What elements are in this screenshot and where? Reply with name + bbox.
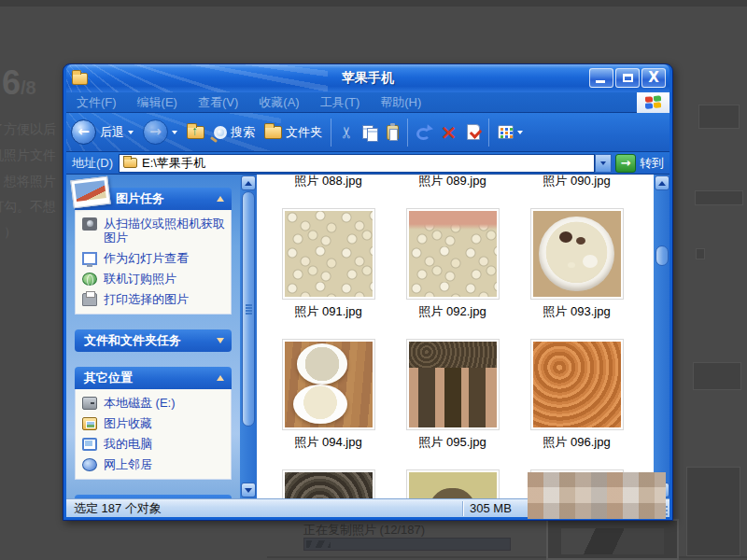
up-button[interactable]: ↑ [182,117,209,148]
forward-button[interactable]: → [138,117,182,148]
undo-button[interactable] [412,117,435,148]
scroll-up-button[interactable] [241,175,256,190]
background-text-line: 打勾。不想 [0,199,56,216]
background-text-line: 了方便以后 [0,121,56,138]
back-dropdown-icon[interactable] [128,131,134,134]
background-artifact [695,190,743,205]
background-photo [546,519,679,560]
back-button[interactable]: ← 后退 [66,117,138,148]
search-button[interactable]: 搜索 [209,117,260,148]
menu-edit[interactable]: 编辑(E) [127,94,188,111]
selection-size: 305 MB [463,501,512,515]
file-name: 照片 094.jpg [294,434,361,451]
disk-icon [82,397,97,410]
file-item[interactable]: 照片 091.jpg [266,208,390,339]
file-item[interactable]: 照片 093.jpg [514,208,639,339]
views-button[interactable] [493,117,528,148]
background-text-line: ，想将照片 [0,174,56,190]
explorer-window: 苹果手机 X 文件(F) 编辑(E) 查看(V) 收藏(A) 工具(T) 帮助(… [63,63,673,521]
other-places-title: 其它位置 [84,370,133,386]
pixelated-censor-overlay [528,472,666,519]
picture-tasks-photo-icon [70,176,110,209]
menu-view[interactable]: 查看(V) [188,94,248,111]
background-copy-status: 正在复制照片 (12/187) [303,522,425,539]
minimize-button[interactable] [589,68,613,88]
order-online-icon [82,273,97,286]
views-dropdown-icon[interactable] [517,131,523,134]
scroll-up-button[interactable] [655,175,669,190]
file-item[interactable]: 照片 090.jpg [514,175,639,208]
place-local-disk[interactable]: 本地磁盘 (E:) [82,396,225,410]
file-name: 照片 089.jpg [418,175,486,189]
thumbnail [406,339,500,430]
task-order-online[interactable]: 联机订购照片 [82,272,225,286]
other-places-panel: 其它位置 本地磁盘 (E:) 图片收藏 我的电脑 [75,367,232,480]
file-item[interactable]: 照片 094.jpg [266,339,390,469]
page-number: 6 [2,63,21,102]
windows-logo [637,92,669,113]
scrollbar-thumb[interactable] [242,191,255,427]
collapse-chevron-icon[interactable] [217,196,224,202]
task-get-from-camera[interactable]: 从扫描仪或照相机获取图片 [82,217,225,245]
thumbnail [406,208,500,300]
maximize-button[interactable] [615,68,640,88]
back-icon: ← [71,119,96,145]
collapse-chevron-icon[interactable] [217,375,224,381]
file-tasks-header[interactable]: 文件和文件夹任务 [75,329,232,352]
address-dropdown-button[interactable] [595,154,612,173]
thumbnail [282,208,375,300]
file-item[interactable]: 照片 095.jpg [390,339,514,469]
task-print-pictures[interactable]: 打印选择的图片 [82,292,225,306]
file-name: 照片 092.jpg [418,303,486,320]
menu-file[interactable]: 文件(F) [66,94,127,111]
copy-icon [362,125,377,140]
address-input[interactable]: E:\苹果手机 [119,154,595,173]
window-title: 苹果手机 [66,70,669,87]
go-button[interactable]: → [615,154,636,173]
toolbar: ← 后退 → ↑ 搜索 文件夹 ✂ × [66,113,669,152]
scrollbar-thumb[interactable] [655,245,669,266]
copy-button[interactable] [358,117,382,148]
thumbnail [282,469,375,498]
expand-chevron-icon[interactable] [217,338,224,343]
background-progress-bar [303,538,511,551]
title-bar[interactable]: 苹果手机 X [66,64,669,92]
page-total: /8 [21,77,36,98]
delete-button[interactable]: × [435,117,461,148]
menu-tools[interactable]: 工具(T) [310,94,371,111]
scroll-down-button[interactable] [241,483,256,497]
task-pane-scrollbar[interactable] [240,175,257,498]
file-item[interactable] [390,469,514,498]
menu-favorites[interactable]: 收藏(A) [248,94,309,111]
close-button[interactable]: X [641,68,666,88]
thumbnail [530,208,624,300]
file-item[interactable]: 照片 089.jpg [390,175,514,208]
background-artifact [693,362,741,390]
up-folder-icon: ↑ [187,126,204,139]
place-my-pictures[interactable]: 图片收藏 [82,416,225,430]
file-list-scrollbar[interactable] [654,175,669,498]
paste-icon [387,125,399,140]
forward-dropdown-icon[interactable] [172,131,177,134]
progress-chunk [306,540,331,548]
picture-tasks-panel: 图片任务 从扫描仪或照相机获取图片 作为幻灯片查看 联机订购照片 [75,188,232,315]
place-my-computer[interactable]: 我的电脑 [82,437,225,451]
paste-button[interactable] [382,117,403,148]
menu-help[interactable]: 帮助(H) [370,94,431,111]
task-pane: 图片任务 从扫描仪或照相机获取图片 作为幻灯片查看 联机订购照片 [66,175,240,498]
properties-button[interactable] [462,117,485,148]
other-places-header[interactable]: 其它位置 [75,367,232,389]
minimize-icon [596,80,605,83]
place-network[interactable]: 网上邻居 [82,457,225,471]
file-name: 照片 091.jpg [294,303,361,320]
file-item[interactable]: 照片 092.jpg [390,208,514,339]
task-view-slideshow[interactable]: 作为幻灯片查看 [82,251,225,265]
folders-button[interactable]: 文件夹 [260,117,327,148]
background-text-line: 机照片文件 [0,147,56,164]
file-item[interactable] [266,469,390,498]
file-name: 照片 088.jpg [294,175,361,189]
file-item[interactable]: 照片 088.jpg [266,175,390,208]
cut-button[interactable]: ✂ [335,117,358,148]
file-item[interactable]: 照片 096.jpg [514,339,639,469]
computer-icon [82,438,97,451]
